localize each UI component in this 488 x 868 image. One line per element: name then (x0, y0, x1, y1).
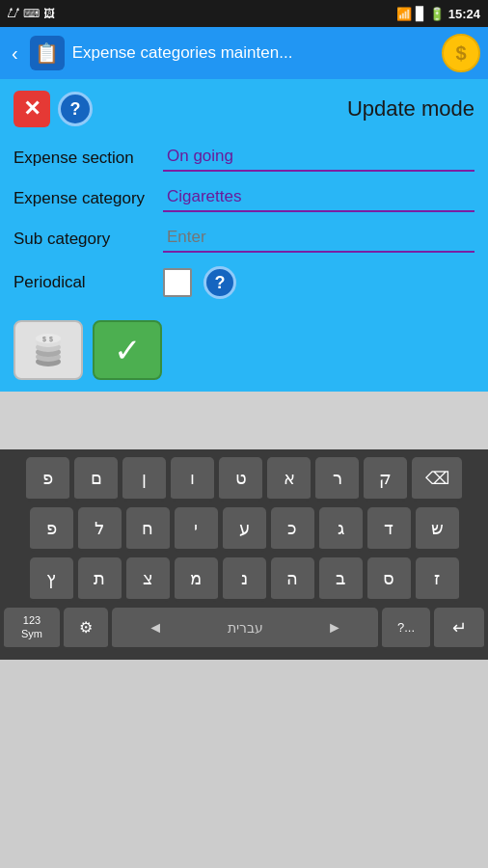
dollar-icon: $ (455, 42, 466, 65)
keyboard-row-2: פ ל ח י ע כ ג ד ש (4, 507, 484, 552)
main-content: ✕ ? Update mode Expense section Expense … (0, 79, 488, 392)
status-bar-right: 📶 ▊ 🔋 15:24 (396, 7, 480, 21)
gray-area (0, 392, 488, 449)
coin-stack-icon: $ $ (29, 331, 68, 369)
sub-category-field[interactable] (163, 226, 474, 253)
update-mode-label: Update mode (93, 96, 474, 122)
key-alef[interactable]: א (267, 457, 311, 502)
key-vav[interactable]: ו (171, 457, 214, 502)
key-peh2[interactable]: פ (30, 507, 73, 552)
key-tsadi-sofit[interactable]: ץ (30, 557, 73, 602)
key-samekh[interactable]: ס (367, 557, 411, 602)
back-button[interactable]: ‹ (8, 39, 22, 68)
top-row: ✕ ? Update mode (14, 91, 474, 127)
confirm-button[interactable]: ✓ (93, 320, 162, 380)
keyboard-row-1: פ ם ן ו ט א ר ק ⌫ (4, 457, 484, 502)
keyboard-row-3: ץ ת צ מ נ ה ב ס ז (4, 557, 484, 602)
key-peh[interactable]: פ (26, 457, 69, 502)
space-key[interactable]: ◄ עברית ► (112, 608, 378, 650)
key-mem[interactable]: מ (175, 557, 218, 602)
help-button[interactable]: ? (58, 92, 93, 126)
battery-icon: 🔋 (429, 7, 445, 21)
sym-label: 123 Sym (21, 614, 42, 639)
key-yod[interactable]: י (175, 507, 218, 552)
expense-section-row: Expense section (14, 145, 474, 172)
expense-category-field[interactable] (163, 185, 474, 212)
periodical-checkbox[interactable] (163, 268, 192, 297)
app-icon: 📋 (30, 36, 65, 70)
status-bar: ⌰ ⌨ 🖼 📶 ▊ 🔋 15:24 (0, 0, 488, 27)
periodical-label: Periodical (14, 273, 163, 292)
question-key[interactable]: ?... (382, 608, 430, 650)
clipboard-icon: 📋 (35, 41, 59, 65)
key-tet[interactable]: ט (219, 457, 262, 502)
svg-text:$: $ (49, 336, 53, 343)
coin-button[interactable]: $ $ (14, 320, 83, 380)
key-ayin[interactable]: ע (223, 507, 266, 552)
keyboard: פ ם ן ו ט א ר ק ⌫ פ ל ח י ע כ ג ד ש ץ ת … (0, 449, 488, 660)
expense-section-label: Expense section (14, 149, 163, 168)
signal-icon: ▊ (416, 7, 425, 21)
periodical-row: Periodical ? (14, 266, 474, 299)
periodical-help-button[interactable]: ? (203, 266, 236, 299)
key-kaf[interactable]: כ (271, 507, 314, 552)
usb-icon: ⌰ (8, 7, 19, 20)
key-lamed[interactable]: ל (78, 507, 122, 552)
image-icon: 🖼 (43, 7, 55, 20)
key-qof[interactable]: ק (364, 457, 407, 502)
key-shin[interactable]: ש (416, 507, 459, 552)
expense-category-row: Expense category (14, 185, 474, 212)
sym-key[interactable]: 123 Sym (4, 608, 60, 650)
backspace-key[interactable]: ⌫ (412, 457, 462, 502)
settings-key[interactable]: ⚙ (64, 608, 108, 650)
key-zayin[interactable]: ז (416, 557, 459, 602)
space-right-arrow: ► (327, 619, 342, 637)
page-title: Expense categories mainten... (72, 43, 434, 63)
key-dalet[interactable]: ד (367, 507, 411, 552)
wifi-icon: 📶 (396, 7, 412, 21)
expense-category-input[interactable] (163, 185, 474, 212)
help-circle-icon: ? (215, 273, 226, 293)
key-nun[interactable]: נ (223, 557, 266, 602)
expense-section-field[interactable] (163, 145, 474, 172)
space-language-label: עברית (228, 620, 263, 636)
svg-point-5 (36, 334, 61, 343)
key-bet[interactable]: ב (319, 557, 363, 602)
periodical-controls: ? (163, 266, 236, 299)
status-bar-left: ⌰ ⌨ 🖼 (8, 7, 55, 20)
expense-category-label: Expense category (14, 189, 163, 208)
enter-key[interactable]: ↵ (434, 608, 484, 650)
expense-section-input[interactable] (163, 145, 474, 172)
key-het[interactable]: ח (126, 507, 170, 552)
key-he[interactable]: ה (271, 557, 314, 602)
key-gimel[interactable]: ג (319, 507, 363, 552)
key-mem-sofit[interactable]: ם (74, 457, 118, 502)
action-buttons-row: $ $ ✓ (14, 320, 474, 380)
svg-text:$: $ (42, 336, 46, 343)
key-nun-sofit[interactable]: ן (122, 457, 166, 502)
title-bar: ‹ 📋 Expense categories mainten... $ (0, 27, 488, 79)
key-resh[interactable]: ר (315, 457, 359, 502)
sub-category-input[interactable] (163, 226, 474, 253)
keyboard-bottom-row: 123 Sym ⚙ ◄ עברית ► ?... ↵ (4, 608, 484, 650)
status-time: 15:24 (448, 7, 480, 21)
check-icon: ✓ (114, 331, 141, 369)
keyboard-icon: ⌨ (23, 7, 40, 20)
sub-category-row: Sub category (14, 226, 474, 253)
key-tav[interactable]: ת (78, 557, 122, 602)
cancel-x-button[interactable]: ✕ (14, 91, 50, 127)
key-tsadi[interactable]: צ (126, 557, 170, 602)
sub-category-label: Sub category (14, 230, 163, 249)
space-left-arrow: ◄ (148, 619, 163, 637)
dollar-button[interactable]: $ (442, 34, 480, 72)
